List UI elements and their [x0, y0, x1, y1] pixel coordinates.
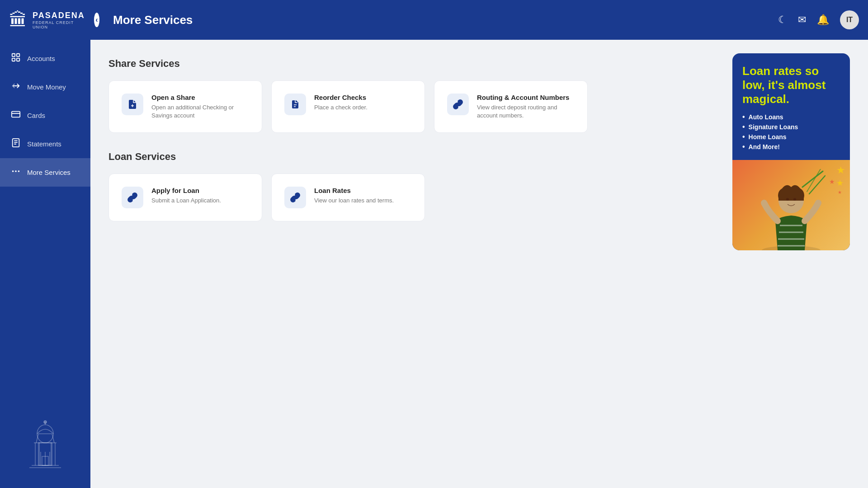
svg-rect-2	[12, 58, 15, 61]
apply-loan-icon-wrap	[122, 187, 143, 208]
loan-rates-card[interactable]: Loan Rates View our loan rates and terms…	[271, 174, 425, 221]
more-services-icon	[11, 166, 21, 178]
promo-list-item-2: Signature Loans	[742, 123, 840, 131]
user-avatar[interactable]: IT	[840, 10, 859, 29]
reorder-checks-icon-wrap	[284, 94, 306, 115]
collapse-sidebar-button[interactable]: ‹	[94, 13, 99, 27]
promo-headline: Loan rates so low, it's almost magical.	[742, 64, 840, 107]
open-share-title: Open a Share	[151, 94, 249, 101]
promo-list-item-4: And More!	[742, 143, 840, 151]
svg-point-23	[786, 198, 789, 201]
promo-text-area: Loan rates so low, it's almost magical. …	[732, 53, 850, 160]
logo-text: PASADENA Federal Credit Union	[33, 11, 85, 29]
apply-loan-card[interactable]: Apply for Loan Submit a Loan Application…	[108, 174, 262, 221]
sidebar-item-statements[interactable]: Statements	[0, 130, 90, 158]
page-title: More Services	[113, 13, 193, 27]
promo-stars-decoration: ★ ★ ★ ★	[829, 164, 845, 195]
dark-mode-icon[interactable]: ☾	[778, 14, 787, 26]
svg-point-11	[44, 421, 47, 423]
svg-point-24	[793, 198, 796, 201]
content-area: Share Services Open a Share Open an addi…	[90, 40, 868, 488]
routing-title: Routing & Account Numbers	[477, 94, 575, 101]
star-small-icon-2: ★	[838, 190, 842, 195]
open-share-card[interactable]: Open a Share Open an additional Checking…	[108, 80, 262, 133]
reorder-checks-text: Reorder Checks Place a check order.	[314, 94, 368, 112]
move-money-icon	[11, 81, 21, 93]
svg-point-7	[15, 170, 17, 172]
open-share-desc: Open an additional Checking or Savings a…	[151, 103, 249, 120]
sidebar-item-cards[interactable]: Cards	[0, 101, 90, 130]
star-large-icon: ★	[836, 164, 845, 176]
brand-sub: Federal Credit Union	[33, 20, 85, 29]
mail-icon[interactable]: ✉	[798, 14, 806, 26]
star-medium-icon: ★	[836, 178, 844, 188]
sidebar-building-decoration	[0, 411, 90, 483]
logo-area: 🏛 PASADENA Federal Credit Union ‹	[9, 10, 99, 30]
svg-rect-3	[17, 58, 19, 61]
svg-rect-4	[12, 112, 20, 117]
sidebar-label-accounts: Accounts	[27, 55, 55, 62]
routing-card[interactable]: Routing & Account Numbers View direct de…	[434, 80, 588, 133]
loan-rates-title: Loan Rates	[314, 187, 394, 194]
sidebar: Accounts Move Money Cards	[0, 40, 90, 488]
cards-icon	[11, 109, 21, 122]
sidebar-label-cards: Cards	[27, 112, 45, 119]
open-share-text: Open a Share Open an additional Checking…	[151, 94, 249, 120]
svg-line-19	[809, 176, 825, 194]
sidebar-label-more-services: More Services	[27, 169, 71, 176]
apply-loan-text: Apply for Loan Submit a Loan Application…	[151, 187, 221, 205]
logo-icon: 🏛	[9, 10, 27, 30]
svg-rect-1	[17, 54, 19, 56]
promo-list-item-3: Home Loans	[742, 133, 840, 141]
main-layout: Accounts Move Money Cards	[0, 40, 868, 488]
apply-loan-desc: Submit a Loan Application.	[151, 197, 221, 205]
promo-image-area: ★ ★ ★ ★	[732, 160, 850, 250]
svg-line-18	[802, 171, 823, 187]
svg-point-6	[12, 170, 14, 172]
open-share-icon-wrap	[122, 94, 143, 115]
promo-banner[interactable]: Loan rates so low, it's almost magical. …	[732, 53, 850, 250]
sidebar-item-accounts[interactable]: Accounts	[0, 44, 90, 73]
svg-rect-0	[12, 54, 15, 56]
notification-bell-icon[interactable]: 🔔	[817, 14, 829, 26]
routing-text: Routing & Account Numbers View direct de…	[477, 94, 575, 120]
star-small-icon-1: ★	[829, 178, 835, 188]
loan-rates-icon-wrap	[284, 187, 306, 208]
routing-desc: View direct deposit routing and account …	[477, 103, 575, 120]
loan-rates-desc: View our loan rates and terms.	[314, 197, 394, 205]
top-header: 🏛 PASADENA Federal Credit Union ‹ More S…	[0, 0, 868, 40]
reorder-checks-title: Reorder Checks	[314, 94, 368, 101]
promo-list-item-1: Auto Loans	[742, 113, 840, 121]
reorder-checks-desc: Place a check order.	[314, 103, 368, 112]
promo-list: Auto Loans Signature Loans Home Loans An…	[742, 113, 840, 151]
loan-rates-text: Loan Rates View our loan rates and terms…	[314, 187, 394, 205]
sidebar-label-statements: Statements	[27, 140, 61, 148]
routing-icon-wrap	[447, 94, 469, 115]
deco-lines-icon	[800, 169, 827, 196]
sidebar-item-more-services[interactable]: More Services	[0, 158, 90, 187]
sidebar-item-move-money[interactable]: Move Money	[0, 73, 90, 101]
reorder-checks-card[interactable]: Reorder Checks Place a check order.	[271, 80, 425, 133]
apply-loan-title: Apply for Loan	[151, 187, 221, 194]
accounts-icon	[11, 52, 21, 65]
header-actions: ☾ ✉ 🔔 IT	[778, 10, 859, 29]
sidebar-label-move-money: Move Money	[27, 83, 66, 91]
statements-icon	[11, 138, 21, 150]
svg-point-8	[18, 170, 20, 172]
brand-name: PASADENA	[33, 11, 85, 20]
